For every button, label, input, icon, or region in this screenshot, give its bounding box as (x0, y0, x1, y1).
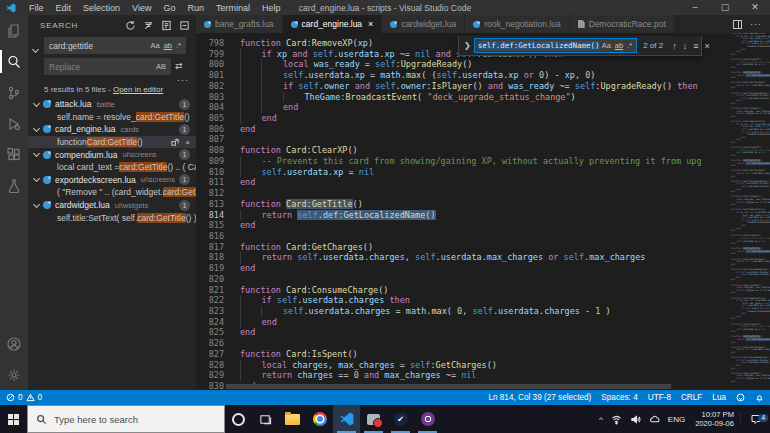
encoding[interactable]: UTF-8 (648, 393, 671, 402)
code-line[interactable]: 804 end (196, 102, 701, 113)
code-line[interactable]: 827function Card:IsSpent() (196, 349, 701, 360)
code-line[interactable]: 813function Card:GetTitle() (196, 199, 701, 210)
menu-terminal[interactable]: Terminal (210, 3, 256, 13)
result-file-row[interactable]: card_engine.luacards1 (28, 123, 196, 136)
menu-edit[interactable]: Edit (50, 3, 78, 13)
code-line[interactable]: 809 -- Prevents this card from showing/g… (196, 156, 701, 167)
recorder-app-button[interactable] (360, 405, 387, 433)
code-line[interactable]: 806end (196, 124, 701, 135)
notifications-bell-icon[interactable] (755, 393, 764, 402)
code-line[interactable]: 810 self.userdata.xp = nil (196, 167, 701, 178)
find-in-selection-icon[interactable]: ≡ (690, 41, 701, 51)
code-line[interactable]: 829 return charges == 0 and max_charges … (196, 370, 701, 381)
menu-selection[interactable]: Selection (77, 3, 126, 13)
result-match-row[interactable]: function Card:GetTitle()× (28, 136, 196, 149)
volume-icon[interactable] (630, 414, 641, 425)
action-center-button[interactable]: 4 (740, 413, 770, 425)
chevron-down-icon[interactable] (33, 175, 40, 182)
chevron-down-icon[interactable] (33, 201, 40, 208)
refresh-icon[interactable] (125, 20, 136, 31)
find-expand-icon[interactable]: ❯ (464, 41, 471, 50)
open-search-editor-icon[interactable] (161, 20, 172, 31)
result-match-row[interactable]: self.title:SetText( self.card:GetTitle()… (28, 211, 196, 224)
toggle-replace-chevron[interactable] (32, 46, 39, 53)
result-file-row[interactable]: cardwidget.luaui\widgets1 (28, 199, 196, 212)
code-line[interactable]: 807 (196, 134, 701, 145)
eol-sequence[interactable]: CRLF (681, 393, 702, 402)
code-line[interactable]: 821function Card:ConsumeCharge() (196, 285, 701, 296)
tab-rook_negotiation.lua[interactable]: rook_negotiation.lua (465, 15, 570, 33)
menu-help[interactable]: Help (256, 3, 287, 13)
code-line[interactable]: 817function Card:GetCharges() (196, 242, 701, 253)
tray-expand-icon[interactable]: ^ (595, 415, 607, 424)
code-line[interactable]: 825end (196, 327, 701, 338)
result-file-row[interactable]: compendium.luaui\screens1 (28, 148, 196, 161)
extensions-icon[interactable] (0, 139, 28, 170)
close-button[interactable]: ✕ (740, 0, 770, 15)
result-match-row[interactable]: ( "Remove " .. (card_widget.card:GetTitl… (28, 186, 196, 199)
run-debug-icon[interactable] (0, 108, 28, 139)
vscode-taskbar-button[interactable] (333, 405, 360, 433)
chevron-down-icon[interactable] (33, 125, 40, 132)
code-line[interactable]: 819end (196, 263, 701, 274)
errors-count[interactable]: 0 (18, 393, 23, 402)
editor-more-actions-icon[interactable]: ··· (750, 19, 762, 29)
code-line[interactable]: 812 (196, 188, 701, 199)
chrome-button[interactable] (306, 405, 333, 433)
code-line[interactable]: 803 TheGame:BroadcastEvent( "deck_upgrad… (196, 92, 701, 103)
taskbar-search[interactable]: Type here to search (27, 405, 225, 433)
language-indicator[interactable]: ENG (664, 415, 689, 424)
wifi-icon[interactable] (611, 414, 622, 425)
start-button[interactable] (0, 405, 27, 433)
result-file-row[interactable]: attack.luabattle1 (28, 98, 196, 111)
result-match-row[interactable]: self.name = resolve_card:GetTitle() (28, 111, 196, 124)
minimap[interactable]: function Card:RemoveXP(xp) if xp and sel… (701, 33, 770, 390)
file-explorer-button[interactable] (279, 405, 306, 433)
code-line[interactable]: 808function Card:ClearXP() (196, 145, 701, 156)
menu-go[interactable]: Go (157, 3, 181, 13)
tab-DemocraticRace.pot[interactable]: DemocraticRace.pot (570, 15, 675, 33)
code-line[interactable]: 823 self.userdata.charges = math.max( 0,… (196, 306, 701, 317)
menu-file[interactable]: File (23, 3, 50, 13)
result-match-row[interactable]: local card_text = card:GetTitle() .. ( C… (28, 161, 196, 174)
whole-word-toggle[interactable]: ab (162, 40, 174, 51)
regex-toggle[interactable]: .* (174, 40, 183, 51)
code-line[interactable]: 811end (196, 177, 701, 188)
more-actions-icon[interactable]: ··· (177, 75, 189, 85)
task-view-button[interactable] (252, 405, 279, 433)
preserve-case-toggle[interactable]: AB (154, 61, 168, 72)
tab-bane_grafts.lua[interactable]: bane_grafts.lua (196, 15, 283, 33)
taskbar-clock[interactable]: 10:07 PM 2020-09-06 (689, 410, 740, 429)
search-input[interactable] (49, 41, 148, 51)
code-line[interactable]: 802 if self.owner and self.owner:IsPlaye… (196, 81, 701, 92)
onedrive-cloud-icon[interactable] (649, 414, 660, 425)
split-editor-icon[interactable] (733, 20, 742, 29)
testing-icon[interactable] (0, 170, 28, 201)
code-line[interactable]: 824 end (196, 317, 701, 328)
chevron-down-icon[interactable] (33, 100, 40, 107)
code-line[interactable]: 822 if self.userdata.charges then (196, 295, 701, 306)
purple-app-button[interactable] (414, 405, 441, 433)
tab-close-icon[interactable]: × (368, 19, 373, 29)
settings-gear-icon[interactable] (0, 359, 28, 390)
code-line[interactable]: 800 local was_ready = self:UpgradeReady(… (196, 59, 701, 70)
code-line[interactable]: 801 self.userdata.xp = math.max( (self.u… (196, 70, 701, 81)
find-close-icon[interactable]: × (701, 41, 712, 51)
find-next-icon[interactable]: ↓ (680, 41, 691, 51)
result-file-row[interactable]: exportdeckscreen.luaui\screens1 (28, 174, 196, 187)
errors-icon[interactable] (6, 393, 15, 402)
chevron-down-icon[interactable] (33, 150, 40, 157)
search-icon[interactable] (0, 46, 28, 77)
warnings-icon[interactable] (26, 393, 35, 402)
code-line[interactable]: 826 (196, 338, 701, 349)
menu-run[interactable]: Run (181, 3, 210, 13)
steam-button[interactable]: ✔ (387, 405, 414, 433)
minimize-button[interactable]: – (680, 0, 710, 15)
replace-all-button[interactable]: ⇄ (175, 61, 183, 71)
tab-card_engine.lua[interactable]: card_engine.lua× (283, 15, 383, 33)
code-line[interactable]: 816 (196, 231, 701, 242)
cursor-position[interactable]: Ln 814, Col 39 (27 selected) (488, 393, 591, 402)
find-input[interactable]: self.def:GetLocalizedName() Aa ab .* (474, 38, 637, 53)
code-editor[interactable]: 798function Card:RemoveXP(xp)799 if xp a… (196, 33, 770, 390)
find-previous-icon[interactable]: ↑ (669, 41, 680, 51)
